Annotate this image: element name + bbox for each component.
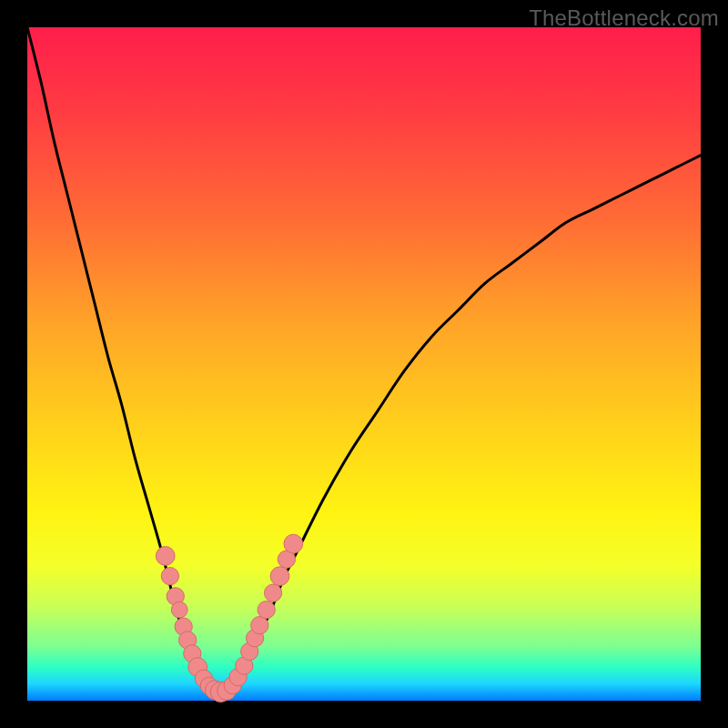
curve-right-branch (229, 156, 701, 688)
data-marker (264, 584, 281, 602)
data-marker (270, 567, 289, 586)
curve-left-branch (27, 27, 209, 687)
plot-area (27, 27, 701, 701)
curve-layer (27, 27, 701, 693)
data-marker (171, 602, 187, 618)
data-marker (284, 534, 303, 553)
chart-canvas (27, 27, 701, 701)
data-marker (258, 601, 275, 618)
chart-frame: TheBottleneck.com (0, 0, 728, 728)
data-marker (161, 567, 178, 584)
data-marker (156, 547, 175, 566)
data-marker (251, 617, 268, 634)
